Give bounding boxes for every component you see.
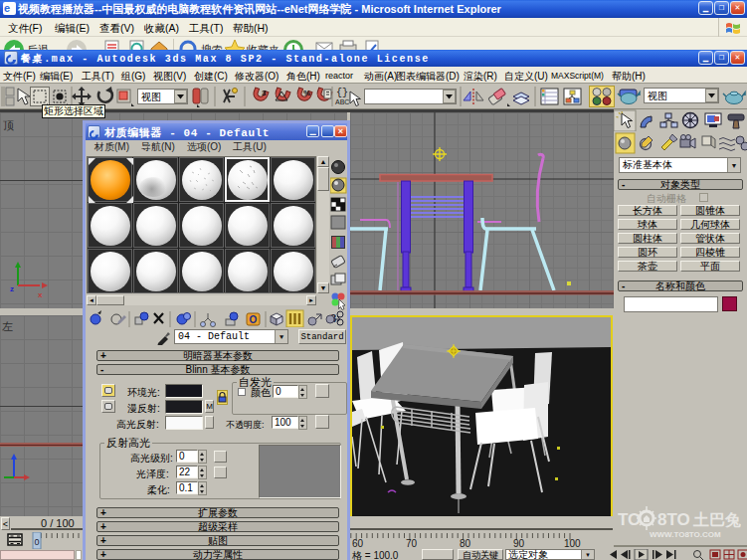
svg-text:x: x — [38, 290, 43, 299]
svg-text:视图: 视图 — [648, 91, 667, 101]
svg-text:70: 70 — [406, 538, 418, 549]
svg-text:3: 3 — [262, 89, 267, 97]
svg-text:0: 0 — [35, 537, 40, 547]
svg-text:{}: {} — [336, 88, 348, 98]
svg-text:土巴兔: 土巴兔 — [692, 511, 741, 528]
svg-text:%: % — [303, 89, 310, 97]
svg-text:ABC: ABC — [335, 98, 349, 105]
svg-text:TO: TO — [618, 510, 641, 529]
svg-text:z: z — [10, 284, 14, 293]
svg-text:60: 60 — [352, 538, 364, 549]
svg-text:80: 80 — [460, 538, 471, 549]
svg-text:WWW.TO8TO.COM: WWW.TO8TO.COM — [650, 530, 721, 539]
svg-text:视图: 视图 — [141, 92, 161, 102]
svg-text:100: 100 — [564, 538, 581, 549]
svg-text:8TO: 8TO — [657, 510, 690, 529]
svg-text:O: O — [250, 314, 258, 325]
